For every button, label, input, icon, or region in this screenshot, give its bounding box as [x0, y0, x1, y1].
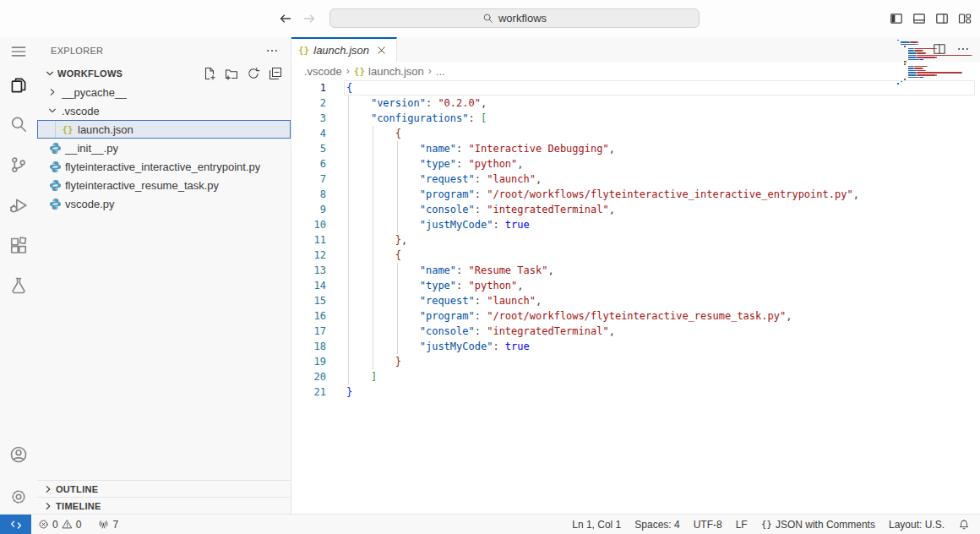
- code-line-14[interactable]: 14 "type": "python",: [291, 278, 980, 293]
- menu-icon: [9, 42, 28, 61]
- code-line-20[interactable]: 20 ]: [291, 369, 980, 384]
- status-json-with-comments[interactable]: {}JSON with Comments: [754, 515, 882, 534]
- chevron-right-icon: [42, 483, 54, 495]
- breadcrumb: .vscode › {} launch.json › ...: [291, 62, 980, 80]
- remote-indicator[interactable]: [0, 515, 31, 534]
- activity-menu-button[interactable]: [0, 37, 37, 66]
- outline-section[interactable]: OUTLINE: [37, 480, 291, 497]
- tree-item-flyteinteractive-resume-task-py[interactable]: flyteinteractive_resume_task.py: [37, 176, 291, 194]
- line-number: 12: [291, 248, 326, 263]
- activity-account-button[interactable]: [0, 440, 37, 469]
- code-line-4[interactable]: 4 {: [291, 126, 980, 141]
- line-number: 7: [291, 172, 326, 187]
- new-folder-icon[interactable]: [225, 67, 238, 80]
- tree-item-vscode-py[interactable]: vscode.py: [37, 194, 291, 213]
- code-line-5[interactable]: 5 "name": "Interactive Debugging",: [291, 141, 980, 156]
- code-line-21[interactable]: 21}: [291, 384, 980, 400]
- nav-forward-button[interactable]: [302, 12, 316, 25]
- code-line-18[interactable]: 18 "justMyCode": true: [291, 339, 980, 354]
- notifications-bell-icon[interactable]: [951, 515, 977, 534]
- toggle-panel-icon[interactable]: [912, 12, 926, 25]
- code-line-1[interactable]: 1{: [291, 80, 980, 95]
- tab-launch-json[interactable]: {} launch.json: [291, 37, 397, 62]
- code-line-7[interactable]: 7 "request": "launch",: [291, 172, 980, 187]
- chevron-right-icon: [42, 500, 54, 512]
- chevron-down-icon: [44, 68, 56, 79]
- code-line-11[interactable]: 11 },: [291, 232, 980, 248]
- status-utf-8[interactable]: UTF-8: [687, 515, 729, 534]
- breadcrumb-symbol[interactable]: ...: [436, 65, 445, 78]
- code-editor[interactable]: 1{2 "version": "0.2.0",3 "configurations…: [291, 80, 980, 514]
- code-line-17[interactable]: 17 "console": "integratedTerminal",: [291, 324, 980, 339]
- chevron-right-icon: ›: [428, 65, 432, 77]
- tree-item-flyteinteractive-interactive-entrypoint-py[interactable]: flyteinteractive_interactive_entrypoint.…: [37, 157, 291, 176]
- line-number: 6: [291, 156, 326, 172]
- customize-layout-icon[interactable]: [958, 12, 972, 25]
- tree-item--init-py[interactable]: __init__.py: [37, 139, 291, 157]
- command-center-label: workflows: [498, 12, 547, 25]
- chevron-down-icon: [46, 105, 60, 117]
- new-file-icon[interactable]: [203, 67, 216, 80]
- code-line-15[interactable]: 15 "request": "launch",: [291, 293, 980, 308]
- line-number: 15: [291, 293, 326, 308]
- tab-label: launch.json: [313, 44, 369, 57]
- line-number: 14: [291, 278, 326, 293]
- outline-label: OUTLINE: [56, 484, 98, 494]
- search-icon: [9, 115, 28, 134]
- status-spaces-4[interactable]: Spaces: 4: [628, 515, 686, 534]
- vscode-window: workflows EXPLORER WORKFLOWS __pycache__…: [0, 0, 980, 534]
- code-line-2[interactable]: 2 "version": "0.2.0",: [291, 95, 980, 111]
- line-number: 20: [291, 369, 326, 384]
- status-left: 0 0 7: [33, 515, 123, 534]
- breadcrumb-file[interactable]: launch.json: [368, 65, 424, 78]
- toggle-secondary-sidebar-icon[interactable]: [935, 12, 949, 25]
- status-lf[interactable]: LF: [729, 515, 754, 534]
- tree-item--vscode[interactable]: .vscode: [37, 101, 291, 120]
- explorer-more-actions-icon[interactable]: [265, 44, 279, 57]
- minimap[interactable]: [897, 39, 975, 84]
- activity-run-debug-button[interactable]: [0, 191, 37, 220]
- line-number: 8: [291, 187, 326, 202]
- line-number: 11: [291, 232, 326, 248]
- code-line-9[interactable]: 9 "console": "integratedTerminal",: [291, 202, 980, 217]
- refresh-icon[interactable]: [247, 67, 260, 80]
- timeline-section[interactable]: TIMELINE: [37, 497, 291, 514]
- chevron-right-icon: [46, 86, 60, 98]
- code-line-6[interactable]: 6 "type": "python",: [291, 156, 980, 172]
- code-line-8[interactable]: 8 "program": "/root/workflows/flyteinter…: [291, 187, 980, 202]
- command-center-search[interactable]: workflows: [329, 8, 700, 28]
- toggle-sidebar-icon[interactable]: [890, 12, 903, 25]
- code-line-16[interactable]: 16 "program": "/root/workflows/flyteinte…: [291, 308, 980, 324]
- ports-status[interactable]: 7: [93, 515, 123, 534]
- code-line-12[interactable]: 12 {: [291, 248, 980, 263]
- code-line-3[interactable]: 3 "configurations": [: [291, 111, 980, 126]
- problems-status[interactable]: 0 0: [33, 515, 86, 534]
- ports-count: 7: [112, 519, 118, 531]
- activity-testing-button[interactable]: [0, 271, 37, 300]
- nav-back-button[interactable]: [279, 12, 292, 25]
- collapse-all-icon[interactable]: [269, 67, 282, 80]
- python-file-icon: [48, 142, 62, 155]
- python-file-icon: [48, 179, 62, 192]
- run-debug-icon: [9, 196, 28, 215]
- status-bar: 0 0 7 Ln 1, Col 1Spaces: 4UTF-8LF{}JSON …: [0, 514, 980, 534]
- error-count: 0: [52, 519, 58, 531]
- code-line-13[interactable]: 13 "name": "Resume Task",: [291, 263, 980, 278]
- activity-settings-button[interactable]: [0, 482, 37, 511]
- code-line-19[interactable]: 19 }: [291, 354, 980, 369]
- activity-source-control-button[interactable]: [0, 150, 37, 179]
- search-icon: [482, 13, 493, 24]
- close-tab-icon[interactable]: [375, 44, 389, 57]
- activity-extensions-button[interactable]: [0, 232, 37, 260]
- status-layout-u-s-[interactable]: Layout: U.S.: [882, 515, 951, 534]
- source-control-icon: [9, 155, 28, 174]
- line-number: 10: [291, 217, 326, 232]
- radio-tower-icon: [98, 519, 109, 530]
- activity-search-button[interactable]: [0, 110, 37, 139]
- tree-item--pycache-[interactable]: __pycache__: [37, 83, 291, 101]
- status-ln-1-col-1[interactable]: Ln 1, Col 1: [565, 515, 628, 534]
- breadcrumb-folder[interactable]: .vscode: [304, 65, 342, 78]
- tree-item-launch-json[interactable]: {}launch.json: [37, 120, 291, 139]
- code-line-10[interactable]: 10 "justMyCode": true: [291, 217, 980, 232]
- activity-explorer-button[interactable]: [0, 71, 37, 100]
